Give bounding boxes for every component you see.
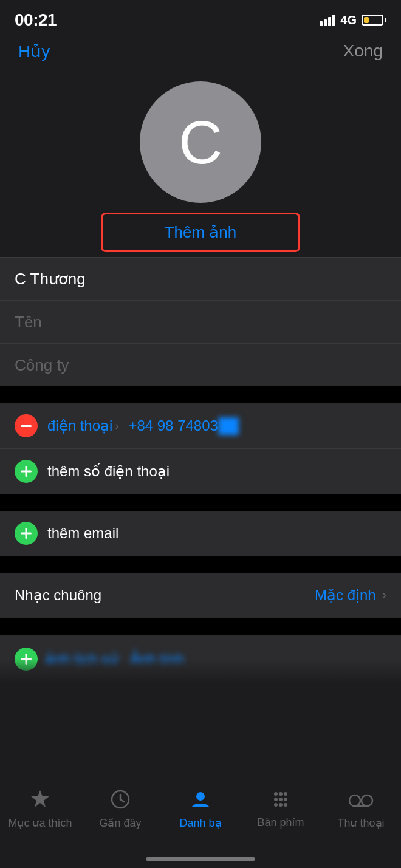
first-name-field[interactable]: Tên xyxy=(0,301,401,343)
add-photo-wrapper: Thêm ảnh xyxy=(101,213,301,252)
svg-point-6 xyxy=(279,792,283,796)
clock-icon xyxy=(107,786,134,813)
add-phone-button[interactable] xyxy=(15,460,38,483)
section-divider-1 xyxy=(0,386,401,403)
bottom-partial-add-button[interactable] xyxy=(15,648,38,671)
svg-point-15 xyxy=(362,795,372,806)
phone-type-label: điện thoại xyxy=(47,417,112,434)
contacts-icon xyxy=(187,786,214,813)
ringtone-row[interactable]: Nhạc chuông Mặc định › xyxy=(0,573,401,618)
keypad-icon xyxy=(267,786,294,813)
svg-point-9 xyxy=(279,798,283,801)
nav-bar: Hủy Xong xyxy=(0,33,401,69)
svg-point-4 xyxy=(196,792,205,801)
svg-point-13 xyxy=(284,803,287,807)
form-section: C Thương Tên Công ty xyxy=(0,258,401,386)
tab-keypad-label: Bàn phím xyxy=(257,816,304,829)
home-indicator xyxy=(146,857,255,861)
status-icons: 4G xyxy=(320,13,386,27)
done-button[interactable]: Xong xyxy=(343,41,383,61)
phone-section: điện thoại › +84 98 74803██ thêm số điện… xyxy=(0,403,401,494)
svg-point-7 xyxy=(284,792,287,796)
company-placeholder: Công ty xyxy=(15,356,69,375)
full-name-value: C Thương xyxy=(15,270,86,289)
chevron-right-icon: › xyxy=(115,420,118,432)
section-divider-4 xyxy=(0,618,401,635)
phone-number-value[interactable]: +84 98 74803██ xyxy=(128,417,386,434)
add-email-row[interactable]: thêm email xyxy=(0,511,401,556)
plus-icon xyxy=(21,466,32,477)
phone-number-blurred: ██ xyxy=(218,417,239,434)
status-time: 00:21 xyxy=(15,10,57,30)
tab-favorites[interactable]: Mục ưa thích xyxy=(0,786,80,830)
star-icon xyxy=(27,786,53,813)
ringtone-chevron-icon: › xyxy=(382,587,386,603)
plus-icon-email xyxy=(21,528,32,539)
svg-point-14 xyxy=(349,795,360,806)
avatar-section: C Thêm ảnh xyxy=(0,69,401,257)
add-phone-label: thêm số điện thoại xyxy=(47,463,170,480)
bottom-partial-text: ảnh lịch sử Ảnh tính xyxy=(45,651,184,668)
tab-favorites-label: Mục ưa thích xyxy=(8,816,72,830)
company-field[interactable]: Công ty xyxy=(0,344,401,386)
network-type: 4G xyxy=(340,13,357,27)
svg-point-8 xyxy=(274,798,278,801)
svg-line-3 xyxy=(120,799,124,802)
cancel-button[interactable]: Hủy xyxy=(18,41,50,61)
tab-keypad[interactable]: Bàn phím xyxy=(241,786,321,829)
tab-voicemail[interactable]: Thư thoại xyxy=(321,786,401,830)
svg-point-11 xyxy=(274,803,278,807)
add-email-label: thêm email xyxy=(47,525,118,542)
section-divider-3 xyxy=(0,556,401,573)
tab-recent-label: Gần đây xyxy=(99,816,141,830)
phone-type-link[interactable]: điện thoại › xyxy=(47,417,118,434)
signal-bars-icon xyxy=(320,15,335,26)
ringtone-label: Nhạc chuông xyxy=(15,587,101,604)
tab-voicemail-label: Thư thoại xyxy=(337,816,384,830)
svg-point-12 xyxy=(279,803,283,807)
bottom-partial-section: ảnh lịch sử Ảnh tính xyxy=(0,635,401,683)
first-name-placeholder: Tên xyxy=(15,313,42,332)
svg-point-10 xyxy=(284,798,287,801)
tab-contacts-label: Danh bạ xyxy=(179,816,221,830)
remove-phone-button[interactable] xyxy=(15,414,38,437)
status-bar: 00:21 4G xyxy=(0,0,401,33)
phone-row: điện thoại › +84 98 74803██ xyxy=(0,403,401,448)
add-email-button[interactable] xyxy=(15,522,38,545)
ringtone-value-text: Mặc định xyxy=(315,587,376,604)
email-section: thêm email xyxy=(0,511,401,556)
full-name-field[interactable]: C Thương xyxy=(0,258,401,300)
battery-icon xyxy=(362,15,386,26)
minus-icon xyxy=(21,425,32,427)
ringtone-section: Nhạc chuông Mặc định › xyxy=(0,573,401,618)
ringtone-value: Mặc định › xyxy=(315,587,386,604)
section-divider-2 xyxy=(0,494,401,511)
svg-marker-0 xyxy=(31,790,49,807)
avatar-letter: C xyxy=(179,108,222,177)
tab-bar: Mục ưa thích Gần đây Danh bạ xyxy=(0,777,401,868)
tab-contacts[interactable]: Danh bạ xyxy=(160,786,241,830)
avatar[interactable]: C xyxy=(140,81,261,203)
plus-icon-bottom xyxy=(21,654,32,665)
add-photo-button[interactable]: Thêm ảnh xyxy=(104,216,298,249)
tab-recent[interactable]: Gần đây xyxy=(80,786,160,830)
add-phone-row[interactable]: thêm số điện thoại xyxy=(0,449,401,494)
voicemail-icon xyxy=(348,786,374,813)
svg-point-5 xyxy=(274,792,278,796)
